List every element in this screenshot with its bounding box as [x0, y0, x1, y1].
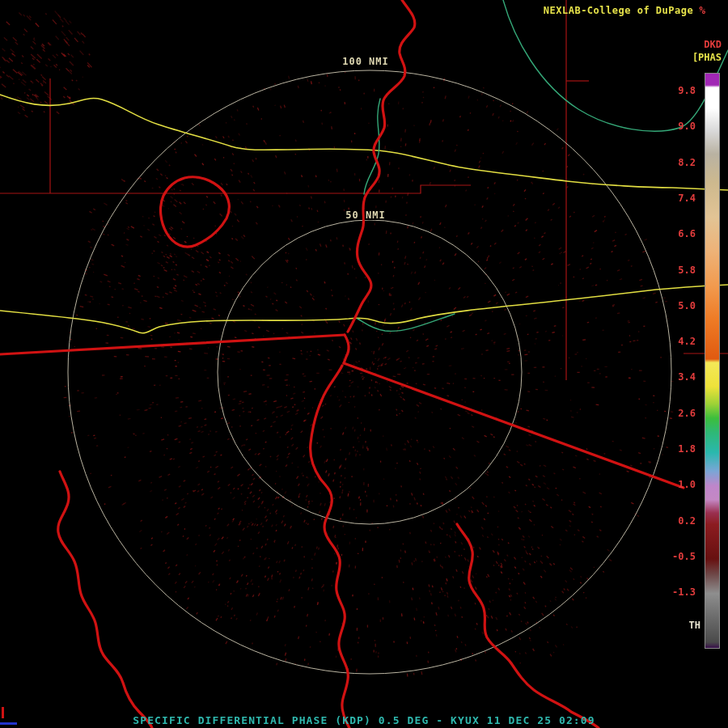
colorbar-units-label: [PHAS — [692, 52, 722, 63]
river-colorado-south — [311, 366, 349, 728]
radar-map: 50 NMI 100 NMI — [0, 0, 728, 728]
highway-middle — [0, 285, 728, 333]
colorbar-bottom-label: TH — [689, 620, 700, 631]
river-gila-center — [358, 314, 455, 331]
state-border-colorado-river — [348, 0, 415, 332]
brand-mark-icon: % — [699, 4, 705, 16]
colorbar-product-code: DKD — [704, 39, 722, 50]
international-border-southeast — [344, 363, 684, 488]
boundary-loop-northwest — [161, 177, 230, 247]
border-river-jog — [344, 335, 349, 363]
international-border-west — [0, 335, 345, 354]
status-bar: SPECIFIC DIFFERENTIAL PHASE (KDP) 0.5 DE… — [0, 714, 728, 726]
colorbar-gradient — [705, 73, 720, 649]
boundary-southwest-river — [58, 472, 152, 728]
range-ring-50-label: 50 NMI — [345, 210, 385, 221]
brand-text: NEXLAB-College of DuPage — [544, 5, 693, 16]
highway-north — [0, 95, 728, 190]
river-gila-northeast — [503, 0, 728, 131]
county-line-north — [0, 185, 471, 193]
header: NEXLAB-College of DuPage % — [544, 4, 705, 16]
range-ring-100-label: 100 NMI — [342, 56, 389, 67]
boundary-southeast-river — [457, 524, 599, 728]
radar-display: 50 NMI 100 NMI NEXLAB-College of DuPage … — [0, 0, 728, 728]
